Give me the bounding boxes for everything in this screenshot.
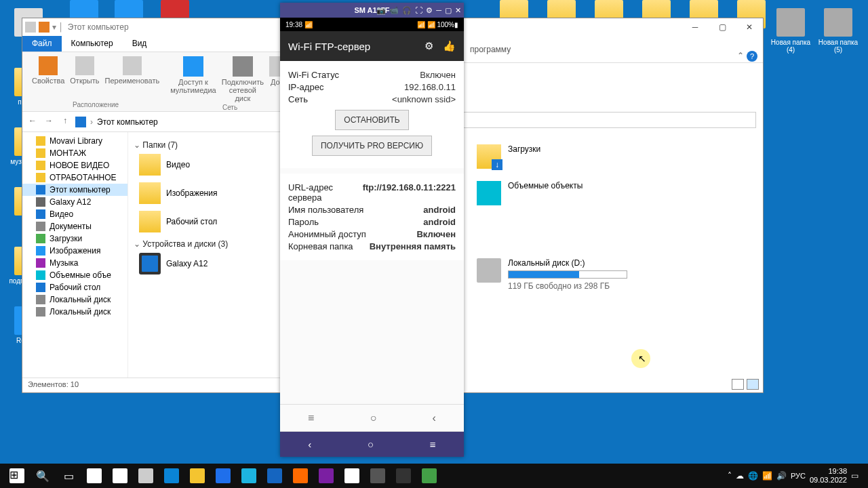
folder-downloads[interactable]: Загрузки [477, 144, 756, 169]
nav-item[interactable]: Локальный диск [22, 306, 127, 318]
taskbar-app[interactable] [236, 464, 262, 488]
start-button[interactable]: ⊞ [4, 464, 30, 488]
nav-item[interactable]: Музыка [22, 257, 127, 269]
ribbon: Свойства Открыть Переименовать Расположе… [22, 52, 280, 112]
nav-item[interactable]: Объемные объе [22, 269, 127, 281]
mirror-menu-button[interactable]: ≡ [430, 439, 436, 450]
nav-item[interactable]: ОТРАБОТАННОЕ [22, 171, 127, 184]
taskbar-app[interactable] [81, 464, 107, 488]
taskbar-app[interactable] [210, 464, 236, 488]
desktop-icon[interactable]: Новая папка (4) [770, 8, 811, 54]
onedrive-icon[interactable]: ☁ [736, 471, 744, 481]
nav-item[interactable]: Документы [22, 220, 127, 232]
taskbar-app[interactable] [288, 464, 313, 488]
minimize-button[interactable]: ─ [682, 18, 709, 36]
tray-chevron-icon[interactable]: ˄ [728, 471, 732, 481]
mirror-back-button[interactable]: ‹ [308, 439, 311, 450]
quick-access-icon[interactable] [39, 22, 50, 33]
up-button[interactable]: ↑ [59, 116, 71, 128]
maximize-button[interactable]: ▢ [709, 18, 736, 36]
taskbar-app[interactable] [339, 464, 365, 488]
drive-d[interactable]: Локальный диск (D:) 119 ГБ свободно из 2… [477, 258, 756, 291]
taskbar-app[interactable] [313, 464, 339, 488]
settings-icon[interactable]: ⚙ [422, 40, 435, 52]
taskbar-app[interactable] [133, 464, 159, 488]
app-titlebar: Wi-Fi FTP-сервер ⚙ 👍 [280, 31, 464, 61]
folder-3d-objects[interactable]: Объемные объекты [477, 181, 756, 205]
nav-item[interactable]: Загрузки [22, 232, 127, 245]
nav-item[interactable]: Изображения [22, 245, 127, 257]
taskbar-app[interactable] [184, 464, 210, 488]
tab-view[interactable]: Вид [123, 36, 157, 52]
taskbar-app[interactable] [391, 464, 416, 488]
get-pro-button[interactable]: ПОЛУЧИТЬ PRO ВЕРСИЮ [312, 136, 432, 156]
nav-item[interactable]: МОНТАЖ [22, 147, 127, 159]
taskbar-app[interactable] [159, 464, 184, 488]
close-icon[interactable]: ✕ [455, 6, 461, 15]
forward-button[interactable]: → [43, 116, 55, 128]
video-icon[interactable]: 📹 [389, 6, 399, 15]
desktop-icon[interactable]: Новая папка (5) [818, 8, 859, 54]
rename-button[interactable]: Переименовать [102, 55, 163, 101]
navigation-pane[interactable]: Movavi LibraryМОНТАЖНОВОЕ ВИДЕООТРАБОТАН… [22, 132, 128, 378]
clock[interactable]: 19:38 09.03.2022 [810, 467, 847, 485]
tab-file[interactable]: Файл [22, 36, 62, 52]
audio-icon[interactable]: 🎧 [402, 6, 412, 15]
mirror-controls: ‹ ○ ≡ [280, 431, 464, 457]
group-devices[interactable]: Устройства и диски (3) [134, 239, 275, 249]
folder-item[interactable]: Видео [139, 154, 275, 176]
search-button[interactable]: 🔍 [30, 464, 56, 488]
folder-item[interactable]: Рабочий стол [139, 211, 275, 232]
group-folders[interactable]: Папки (7) [134, 140, 275, 150]
phone-status-bar: 19:38 📶 📶 📶 100%▮ [280, 18, 464, 31]
nav-item[interactable]: Видео [22, 208, 127, 220]
help-icon[interactable]: ? [747, 51, 757, 62]
fullscreen-icon[interactable]: ⛶ [415, 6, 422, 15]
taskbar-app[interactable] [365, 464, 391, 488]
taskbar: ⊞ 🔍 ▭ ˄ ☁ 🌐 📶 🔊 РУС 19:38 09.03.2022 ▭ [0, 464, 868, 488]
taskview-button[interactable]: ▭ [56, 464, 81, 488]
properties-button[interactable]: Свойства [29, 55, 67, 101]
nav-item[interactable]: НОВОЕ ВИДЕО [22, 159, 127, 171]
like-icon[interactable]: 👍 [442, 40, 456, 52]
device-item[interactable]: Galaxy A12 [139, 253, 275, 274]
map-drive-button[interactable]: Подключить сетевой диск [219, 55, 267, 104]
network-icon[interactable]: 🌐 [748, 471, 758, 481]
tab-computer[interactable]: Компьютер [62, 36, 123, 52]
nav-item[interactable]: Рабочий стол [22, 281, 127, 293]
taskbar-app[interactable] [416, 464, 442, 488]
nav-item[interactable]: Galaxy A12 [22, 196, 127, 208]
system-tray[interactable]: ˄ ☁ 🌐 📶 🔊 РУС 19:38 09.03.2022 ▭ [728, 467, 864, 485]
notifications-icon[interactable]: ▭ [851, 471, 859, 481]
recent-button[interactable]: ≡ [308, 412, 314, 424]
maximize-icon[interactable]: ▢ [445, 6, 452, 15]
minimize-icon[interactable]: ─ [436, 6, 441, 15]
ribbon-button-program[interactable]: программу [470, 45, 511, 54]
explorer-window-1: ▾ │ Файл Компьютер Вид Свойства Открыть … [22, 18, 281, 393]
disk-icon [477, 258, 501, 283]
stop-button[interactable]: ОСТАНОВИТЬ [335, 110, 408, 130]
open-button[interactable]: Открыть [67, 55, 102, 101]
language-indicator[interactable]: РУС [791, 472, 806, 480]
taskbar-app[interactable] [262, 464, 288, 488]
folder-item[interactable]: Изображения [139, 182, 275, 204]
collapse-ribbon-icon[interactable]: ⌃ [737, 51, 744, 60]
nav-item[interactable]: Этот компьютер [22, 184, 127, 196]
back-button[interactable]: ‹ [433, 412, 436, 424]
home-button[interactable]: ○ [370, 412, 377, 424]
android-navbar: ≡ ○ ‹ [280, 404, 464, 431]
nav-item[interactable]: Movavi Library [22, 135, 127, 147]
nav-item[interactable]: Локальный диск [22, 293, 127, 306]
back-button[interactable]: ← [26, 116, 39, 128]
wifi-icon[interactable]: 📶 [762, 471, 772, 481]
breadcrumb[interactable]: Этот компьютер [97, 117, 158, 127]
mirror-home-button[interactable]: ○ [368, 439, 374, 450]
gear-icon[interactable]: ⚙ [426, 6, 433, 15]
media-access-button[interactable]: Доступ к мультимедиа [167, 55, 219, 104]
close-button[interactable]: ✕ [736, 18, 763, 36]
title-text [68, 22, 277, 32]
view-switcher[interactable] [732, 379, 759, 390]
volume-icon[interactable]: 🔊 [776, 471, 787, 481]
taskbar-app[interactable] [107, 464, 133, 488]
camera-icon[interactable]: 📷 [376, 6, 386, 15]
